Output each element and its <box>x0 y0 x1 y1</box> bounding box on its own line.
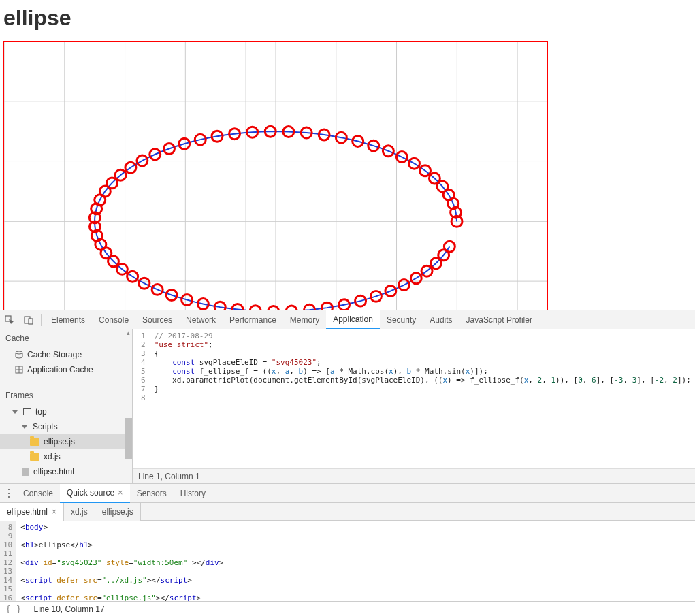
frame-icon <box>23 408 31 415</box>
chart-ellipse <box>4 42 547 310</box>
folder-icon <box>30 453 39 461</box>
svg-point-65 <box>268 306 279 310</box>
svg-rect-81 <box>29 319 33 324</box>
page-title: ellipse <box>3 5 692 31</box>
cache-storage-item[interactable]: Cache Storage <box>0 347 132 362</box>
scripts-folder[interactable]: Scripts <box>0 419 132 434</box>
scrollbar-thumb[interactable] <box>125 418 132 459</box>
file-tab-ellipse-html[interactable]: ellipse.html× <box>0 503 64 521</box>
drawer-code[interactable]: <body> <h1>ellipse</h1> <div id="svg4502… <box>16 521 227 601</box>
devtools-tab-security[interactable]: Security <box>380 310 423 329</box>
drawer-editor: 8910111213141516 <body> <h1>ellipse</h1>… <box>0 521 695 601</box>
chevron-down-icon <box>22 425 27 429</box>
svg-point-62 <box>214 302 225 310</box>
drawer-tab-sensors[interactable]: Sensors <box>130 484 174 503</box>
frame-top[interactable]: top <box>0 404 132 419</box>
chart-container <box>3 41 548 310</box>
devtools-tab-console[interactable]: Console <box>92 310 135 329</box>
devtools-tab-audits[interactable]: Audits <box>423 310 459 329</box>
rendered-page: ellipse <box>0 0 695 310</box>
devtools-tab-javascript-profiler[interactable]: JavaScript Profiler <box>459 310 539 329</box>
devtools-tabbar: ElementsConsoleSourcesNetworkPerformance… <box>0 310 695 329</box>
editor-code[interactable]: // 2017-08-29 "use strict"; { const svgP… <box>150 329 695 468</box>
grid-icon <box>15 366 23 374</box>
drawer-tab-console[interactable]: Console <box>16 484 60 503</box>
frames-section: Frames <box>0 387 132 404</box>
svg-point-66 <box>286 306 297 310</box>
drawer-tab-history[interactable]: History <box>174 484 212 503</box>
devtools-tab-sources[interactable]: Sources <box>135 310 179 329</box>
editor-status: Line 1, Column 1 <box>133 468 695 483</box>
devtools-tab-application[interactable]: Application <box>326 310 380 329</box>
folder-icon <box>30 438 39 446</box>
drawer-gutter: 8910111213141516 <box>0 521 16 601</box>
device-icon[interactable] <box>19 310 38 329</box>
application-sidebar: ▴ Cache Cache Storage Application Cache … <box>0 329 133 483</box>
source-editor: 12345678 // 2017-08-29 "use strict"; { c… <box>133 329 695 483</box>
devtools-drawer: ⋮ ConsoleQuick source×SensorsHistory ell… <box>0 483 695 616</box>
separator <box>41 314 42 326</box>
app-cache-item[interactable]: Application Cache <box>0 362 132 377</box>
editor-gutter: 12345678 <box>133 329 150 468</box>
drawer-tabbar: ⋮ ConsoleQuick source×SensorsHistory <box>0 484 695 503</box>
file-tab-xd-js[interactable]: xd.js <box>64 503 95 521</box>
devtools-tab-performance[interactable]: Performance <box>223 310 283 329</box>
kebab-menu-icon[interactable]: ⋮ <box>0 487 16 500</box>
file-tab-ellipse-js[interactable]: ellipse.js <box>95 503 141 521</box>
file-ellipse-js[interactable]: ellipse.js <box>0 434 132 449</box>
close-icon[interactable]: × <box>118 487 123 498</box>
inspect-icon[interactable] <box>0 310 19 329</box>
devtools-panel: ElementsConsoleSourcesNetworkPerformance… <box>0 310 695 483</box>
scroll-up-icon[interactable]: ▴ <box>124 329 132 338</box>
drawer-tab-quick-source[interactable]: Quick source× <box>60 484 130 503</box>
devtools-tab-network[interactable]: Network <box>179 310 223 329</box>
chevron-down-icon <box>12 410 18 414</box>
database-icon <box>15 351 23 359</box>
cache-section: Cache <box>0 329 132 347</box>
file-ellipse-html[interactable]: ellipse.html <box>0 464 132 479</box>
pretty-print-icon[interactable]: { } <box>5 604 21 614</box>
svg-point-64 <box>250 306 261 310</box>
file-tabbar: ellipse.html×xd.jsellipse.js <box>0 503 695 521</box>
devtools-tab-elements[interactable]: Elements <box>44 310 92 329</box>
file-icon <box>22 468 29 476</box>
devtools-tab-memory[interactable]: Memory <box>283 310 326 329</box>
drawer-status: { } Line 10, Column 17 <box>0 601 695 616</box>
close-icon[interactable]: × <box>52 507 56 517</box>
file-xd-js[interactable]: xd.js <box>0 449 132 464</box>
svg-point-82 <box>16 351 22 354</box>
